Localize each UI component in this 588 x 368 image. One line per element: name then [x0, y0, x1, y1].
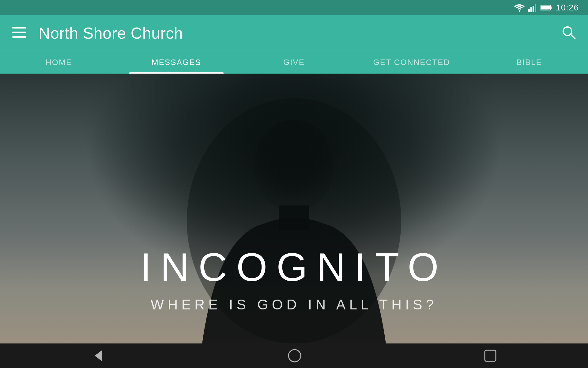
- svg-rect-2: [530, 7, 532, 12]
- svg-rect-6: [551, 6, 552, 9]
- svg-rect-3: [533, 6, 534, 12]
- svg-point-11: [563, 27, 572, 36]
- home-button[interactable]: [287, 348, 303, 364]
- hero-text: INCOGNITO WHERE IS GOD IN ALL THIS?: [0, 244, 588, 313]
- svg-rect-1: [528, 9, 530, 12]
- wifi-icon: [514, 4, 525, 12]
- recents-button[interactable]: [483, 348, 498, 363]
- tab-bible[interactable]: BIBLE: [470, 51, 588, 74]
- app-title: North Shore Church: [39, 24, 562, 42]
- svg-rect-9: [12, 32, 26, 33]
- hero-subtitle: WHERE IS GOD IN ALL THIS?: [0, 296, 588, 313]
- status-icons: 10:26: [514, 3, 579, 13]
- svg-rect-10: [12, 36, 26, 38]
- svg-rect-7: [541, 6, 550, 10]
- back-button[interactable]: [90, 348, 106, 364]
- hero-title: INCOGNITO: [0, 244, 588, 290]
- menu-button[interactable]: [12, 27, 26, 39]
- svg-point-17: [288, 350, 301, 362]
- signal-icon: [528, 3, 537, 12]
- svg-line-12: [571, 35, 575, 39]
- tab-get-connected[interactable]: GET CONNECTED: [353, 51, 470, 74]
- status-bar: 10:26: [0, 0, 588, 15]
- status-time: 10:26: [556, 3, 579, 13]
- tab-messages[interactable]: MESSAGES: [118, 51, 235, 74]
- svg-rect-8: [12, 27, 26, 29]
- svg-rect-4: [535, 4, 536, 12]
- svg-point-0: [518, 10, 520, 12]
- tab-home[interactable]: HOME: [0, 51, 118, 74]
- search-button[interactable]: [562, 25, 576, 41]
- nav-tabs: HOME MESSAGES GIVE GET CONNECTED BIBLE: [0, 51, 588, 74]
- svg-marker-16: [95, 350, 102, 361]
- battery-icon: [541, 5, 552, 11]
- app-bar: North Shore Church: [0, 15, 588, 51]
- main-content: INCOGNITO WHERE IS GOD IN ALL THIS?: [0, 74, 588, 343]
- tab-give[interactable]: GIVE: [235, 51, 353, 74]
- svg-rect-18: [485, 350, 496, 361]
- bottom-nav: [0, 343, 588, 368]
